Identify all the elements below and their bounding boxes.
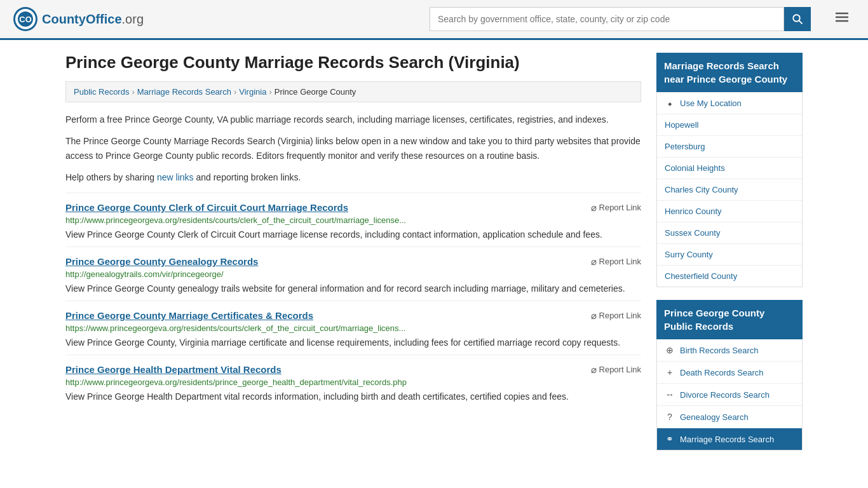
svg-point-4 (793, 15, 800, 22)
breadcrumb-current: Prince George County (275, 87, 356, 97)
report-link-btn-0[interactable]: ⌀ Report Link (591, 202, 641, 214)
search-button[interactable] (784, 7, 811, 31)
new-links-link[interactable]: new links (157, 172, 194, 182)
nearby-body: ⬥Use My LocationHopewellPetersburgColoni… (656, 92, 803, 287)
hamburger-icon (834, 9, 850, 25)
sidebar-nearby-item-1[interactable]: Hopewell (657, 114, 802, 136)
nearby-section: Marriage Records Searchnear Prince Georg… (656, 53, 803, 287)
record-desc-0: View Prince George County Clerk of Circu… (65, 228, 641, 241)
sidebar-nearby-label-3: Colonial Heights (665, 163, 725, 173)
sidebar-nearby-item-2[interactable]: Petersburg (657, 136, 802, 158)
record-url-2: https://www.princegeorgeva.org/residents… (65, 323, 641, 333)
sidebar-pr-item-1[interactable]: + Death Records Search (657, 362, 802, 384)
sidebar-pr-icon-2: ↔ (665, 390, 675, 400)
breadcrumb: Public Records › Marriage Records Search… (65, 81, 641, 102)
svg-line-5 (799, 21, 803, 24)
breadcrumb-sep-3: › (269, 87, 271, 97)
public-records-header: Prince George CountyPublic Records (656, 300, 803, 339)
record-desc-1: View Prince George County genealogy trai… (65, 282, 641, 295)
report-link-btn-3[interactable]: ⌀ Report Link (591, 364, 641, 376)
record-desc-3: View Prince George Health Department vit… (65, 390, 641, 403)
sidebar-nearby-item-6[interactable]: Sussex County (657, 222, 802, 244)
report-link-btn-1[interactable]: ⌀ Report Link (591, 256, 641, 268)
sidebar-nearby-item-4[interactable]: Charles City County (657, 179, 802, 201)
record-desc-2: View Prince George County, Virginia marr… (65, 336, 641, 349)
record-title-1[interactable]: Prince George County Genealogy Records (65, 256, 258, 267)
description-para2: The Prince George County Marriage Record… (65, 134, 641, 163)
logo-link[interactable]: CO CountyOffice.org (13, 6, 144, 32)
svg-text:CO: CO (19, 15, 32, 24)
sidebar-pr-label-4: Marriage Records Search (680, 435, 774, 444)
sidebar-nearby-label-6: Sussex County (665, 228, 720, 238)
sidebar-pr-item-4[interactable]: ⚭ Marriage Records Search (657, 428, 802, 450)
sidebar-nearby-label-1: Hopewell (665, 120, 698, 130)
menu-button[interactable] (829, 6, 855, 32)
use-location-text: Use My Location (680, 98, 742, 108)
sidebar-pr-item-0[interactable]: ⊕ Birth Records Search (657, 339, 802, 362)
sidebar-nearby-item-7[interactable]: Surry County (657, 244, 802, 266)
records-list: Prince George County Clerk of Circuit Co… (65, 193, 641, 406)
report-icon-2: ⌀ (591, 310, 597, 322)
description-para1: Perform a free Prince George County, VA … (65, 112, 641, 126)
sidebar-nearby-label-4: Charles City County (665, 185, 738, 194)
sidebar-pr-item-2[interactable]: ↔ Divorce Records Search (657, 384, 802, 406)
report-icon-0: ⌀ (591, 202, 597, 214)
record-url-1: http://genealogytrails.com/vir/princegeo… (65, 269, 641, 279)
sidebar: Marriage Records Searchnear Prince Georg… (656, 53, 803, 463)
breadcrumb-virginia[interactable]: Virginia (239, 87, 266, 97)
breadcrumb-sep-2: › (234, 87, 236, 97)
sidebar-nearby-item-5[interactable]: Henrico County (657, 201, 802, 222)
record-url-0: http://www.princegeorgeva.org/residents/… (65, 215, 641, 225)
search-bar (430, 7, 811, 31)
report-icon-3: ⌀ (591, 364, 597, 376)
record-title-0[interactable]: Prince George County Clerk of Circuit Co… (65, 202, 348, 213)
nearby-header: Marriage Records Searchnear Prince Georg… (656, 53, 803, 92)
page-title: Prince George County Marriage Records Se… (65, 53, 641, 72)
record-entry: Prince George County Clerk of Circuit Co… (65, 193, 641, 244)
breadcrumb-public-records[interactable]: Public Records (74, 87, 129, 97)
report-link-btn-2[interactable]: ⌀ Report Link (591, 310, 641, 322)
header: CO CountyOffice.org (0, 0, 868, 40)
record-url-3: http://www.princegeorgeva.org/residents/… (65, 377, 641, 387)
sidebar-nearby-item-8[interactable]: Chesterfield County (657, 266, 802, 287)
search-icon (792, 13, 803, 25)
main-content: Prince George County Marriage Records Se… (65, 53, 641, 463)
sidebar-nearby-label-5: Henrico County (665, 207, 722, 216)
main-layout: Prince George County Marriage Records Se… (53, 40, 815, 476)
sidebar-nearby-label-2: Petersburg (665, 142, 705, 151)
record-title-3[interactable]: Prince George Health Department Vital Re… (65, 364, 281, 375)
location-icon: ⬥ (665, 98, 675, 108)
sidebar-nearby-item-3[interactable]: Colonial Heights (657, 158, 802, 179)
breadcrumb-sep-1: › (132, 87, 134, 97)
logo-icon: CO (13, 6, 38, 32)
sidebar-pr-icon-4: ⚭ (665, 434, 675, 444)
record-entry: Prince George Health Department Vital Re… (65, 355, 641, 406)
sidebar-nearby-item-0[interactable]: ⬥Use My Location (657, 92, 802, 114)
sidebar-pr-icon-3: ? (665, 412, 675, 422)
sidebar-pr-label-2: Divorce Records Search (680, 390, 770, 400)
record-title-2[interactable]: Prince George County Marriage Certificat… (65, 310, 313, 321)
record-entry: Prince George County Genealogy Records ⌀… (65, 247, 641, 298)
sidebar-pr-label-0: Birth Records Search (680, 346, 759, 355)
sidebar-pr-icon-0: ⊕ (665, 345, 675, 355)
logo-text: CountyOffice.org (42, 12, 144, 27)
description-para3: Help others by sharing new links and rep… (65, 170, 641, 184)
public-records-section: Prince George CountyPublic Records ⊕ Bir… (656, 300, 803, 451)
record-entry: Prince George County Marriage Certificat… (65, 301, 641, 352)
sidebar-pr-icon-1: + (665, 367, 675, 377)
sidebar-pr-label-1: Death Records Search (680, 368, 764, 377)
sidebar-pr-item-3[interactable]: ? Genealogy Search (657, 406, 802, 428)
public-records-body: ⊕ Birth Records Search + Death Records S… (656, 339, 803, 451)
sidebar-nearby-label-8: Chesterfield County (665, 271, 737, 281)
breadcrumb-marriage-records[interactable]: Marriage Records Search (137, 87, 231, 97)
report-icon-1: ⌀ (591, 256, 597, 268)
sidebar-nearby-label-7: Surry County (665, 250, 713, 259)
search-input[interactable] (430, 7, 784, 31)
sidebar-pr-label-3: Genealogy Search (680, 412, 749, 422)
